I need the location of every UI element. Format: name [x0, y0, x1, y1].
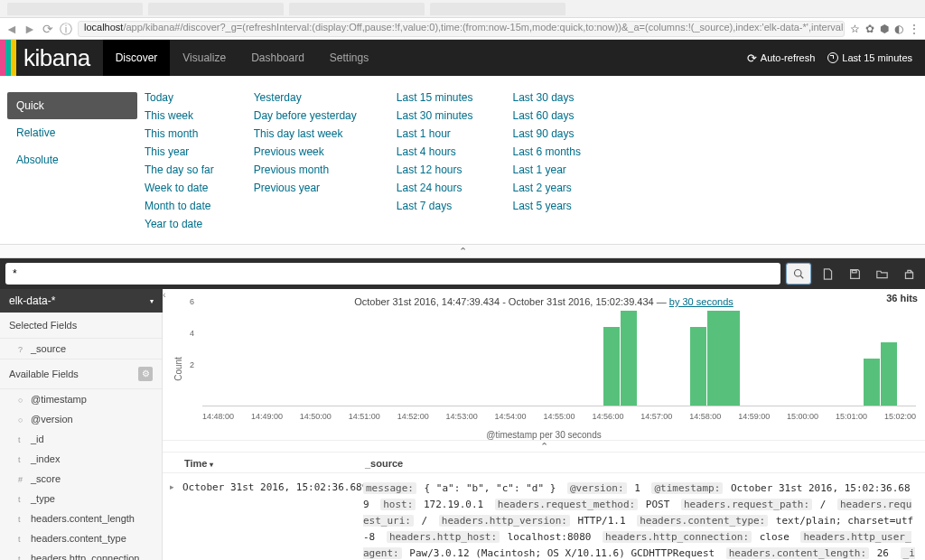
- quick-range-link[interactable]: Last 6 months: [513, 145, 581, 159]
- quick-range-link[interactable]: Last 30 days: [513, 90, 581, 105]
- quick-range-link[interactable]: Yesterday: [254, 90, 357, 105]
- available-field-item[interactable]: t_id: [0, 429, 162, 449]
- quick-range-link[interactable]: Previous week: [254, 145, 357, 159]
- brand-logo[interactable]: kibana: [16, 44, 103, 72]
- quick-range-link[interactable]: Last 1 year: [513, 163, 581, 177]
- histogram-bar[interactable]: [621, 311, 637, 406]
- quick-range-link[interactable]: Last 90 days: [513, 126, 581, 141]
- quick-range-link[interactable]: This day last week: [254, 126, 357, 141]
- quick-range-link[interactable]: Previous month: [254, 163, 357, 177]
- y-axis-label: Count: [173, 357, 183, 381]
- quick-range-link[interactable]: Last 2 years: [513, 181, 581, 195]
- ext-icon[interactable]: ✿: [865, 23, 874, 35]
- quick-range-link[interactable]: Year to date: [145, 217, 214, 231]
- quick-range-link[interactable]: Week to date: [145, 181, 214, 195]
- search-input[interactable]: [13, 267, 773, 280]
- time-range-button[interactable]: Last 15 minutes: [827, 52, 912, 63]
- collapse-histogram[interactable]: ⌃: [163, 440, 925, 453]
- browser-tab[interactable]: [7, 3, 143, 15]
- nav-discover[interactable]: Discover: [103, 40, 171, 76]
- available-field-item[interactable]: theaders.content_type: [0, 528, 162, 548]
- share-icon: [903, 268, 915, 280]
- collapse-timepicker[interactable]: ⌃: [0, 244, 925, 258]
- ext-icon[interactable]: ◐: [894, 23, 903, 35]
- browser-tab[interactable]: [430, 3, 565, 15]
- ext-icon[interactable]: ⬢: [880, 23, 889, 35]
- quick-range-link[interactable]: Last 7 days: [397, 199, 473, 213]
- available-field-item[interactable]: theaders.content_length: [0, 509, 162, 528]
- index-pattern-label: elk-data-*: [9, 294, 55, 307]
- back-icon[interactable]: ◄: [5, 23, 18, 35]
- tab-absolute[interactable]: Absolute: [7, 146, 137, 173]
- quick-range-link[interactable]: This month: [145, 126, 214, 141]
- sort-desc-icon[interactable]: ▾: [210, 461, 213, 469]
- open-search-button[interactable]: [871, 263, 892, 285]
- nav-visualize[interactable]: Visualize: [170, 40, 238, 76]
- timepicker-panel: Quick Relative Absolute TodayThis weekTh…: [0, 76, 925, 244]
- field-settings-button[interactable]: ⚙: [138, 367, 153, 381]
- field-name: @version: [31, 414, 73, 425]
- available-field-item[interactable]: #_score: [0, 469, 162, 489]
- quick-range-link[interactable]: Month to date: [145, 199, 214, 213]
- quick-range-link[interactable]: Today: [145, 90, 214, 105]
- share-button[interactable]: [898, 263, 920, 285]
- save-search-button[interactable]: [844, 263, 865, 285]
- quick-range-link[interactable]: Last 24 hours: [397, 181, 473, 195]
- forward-icon[interactable]: ►: [23, 23, 36, 35]
- quick-range-link[interactable]: The day so far: [145, 163, 214, 177]
- tab-relative[interactable]: Relative: [7, 119, 137, 146]
- url-path: /app/kibana#/discover?_g=(refreshInterva…: [123, 22, 845, 33]
- column-time[interactable]: Time: [184, 458, 207, 469]
- available-field-item[interactable]: t_type: [0, 489, 162, 509]
- quick-range-link[interactable]: Last 1 hour: [397, 126, 473, 141]
- menu-icon[interactable]: ⋮: [909, 23, 920, 35]
- available-field-item[interactable]: ○@version: [0, 409, 162, 429]
- address-input[interactable]: localhost/app/kibana#/discover?_g=(refre…: [78, 21, 845, 37]
- available-field-item[interactable]: theaders.http_connection: [0, 548, 162, 560]
- chevron-down-icon: ▾: [150, 297, 154, 305]
- histogram-bar[interactable]: [690, 327, 706, 406]
- quick-range-link[interactable]: Last 4 hours: [397, 145, 473, 159]
- selected-field-item[interactable]: ?_source: [0, 339, 162, 359]
- auto-refresh-button[interactable]: Auto-refresh: [747, 51, 816, 65]
- tab-quick[interactable]: Quick: [7, 92, 137, 119]
- nav-settings[interactable]: Settings: [317, 40, 381, 76]
- quick-range-link[interactable]: Last 60 days: [513, 108, 581, 123]
- y-tick: 4: [190, 329, 194, 338]
- quick-range-link[interactable]: This week: [145, 108, 214, 123]
- quick-range-link[interactable]: Last 30 minutes: [397, 108, 473, 123]
- quick-range-link[interactable]: This year: [145, 145, 214, 159]
- histogram-bar[interactable]: [864, 359, 880, 406]
- expand-doc-button[interactable]: ▸: [170, 481, 182, 560]
- index-pattern-selector[interactable]: elk-data-* ▾: [0, 289, 163, 313]
- doc-source: message: { "a": "b", "c": "d" } @version…: [363, 481, 916, 560]
- browser-tab[interactable]: [148, 3, 284, 15]
- quick-range-link[interactable]: Last 15 minutes: [397, 90, 473, 105]
- quick-range-link[interactable]: Previous year: [254, 181, 357, 195]
- reload-icon[interactable]: ⟳: [42, 23, 54, 35]
- histogram-bar[interactable]: [724, 311, 740, 406]
- histogram-bar[interactable]: [707, 311, 724, 406]
- time-range-label: Last 15 minutes: [842, 52, 912, 63]
- search-button[interactable]: [786, 263, 811, 285]
- collapse-sidebar[interactable]: ‹: [163, 289, 173, 303]
- available-field-item[interactable]: ○@timestamp: [0, 389, 162, 409]
- search-field[interactable]: [5, 263, 780, 285]
- quick-range-link[interactable]: Last 5 years: [513, 199, 581, 213]
- quick-range-link[interactable]: Day before yesterday: [254, 108, 357, 123]
- hit-count: 36 hits: [886, 293, 918, 303]
- new-search-button[interactable]: [817, 263, 838, 285]
- browser-tab[interactable]: [289, 3, 425, 15]
- histogram-bar[interactable]: [603, 327, 620, 406]
- x-tick: 14:51:00: [349, 412, 380, 421]
- selected-fields-heading: Selected Fields: [0, 313, 162, 339]
- histogram-plot[interactable]: 246: [202, 311, 916, 406]
- field-type-icon: t: [18, 535, 27, 544]
- available-field-item[interactable]: t_index: [0, 449, 162, 469]
- histogram-bar[interactable]: [881, 342, 897, 406]
- quick-range-link[interactable]: Last 12 hours: [397, 163, 473, 177]
- bookmark-star-icon[interactable]: ☆: [850, 23, 860, 35]
- column-source[interactable]: _source: [365, 458, 403, 469]
- nav-dashboard[interactable]: Dashboard: [238, 40, 317, 76]
- interval-link[interactable]: by 30 seconds: [669, 296, 733, 307]
